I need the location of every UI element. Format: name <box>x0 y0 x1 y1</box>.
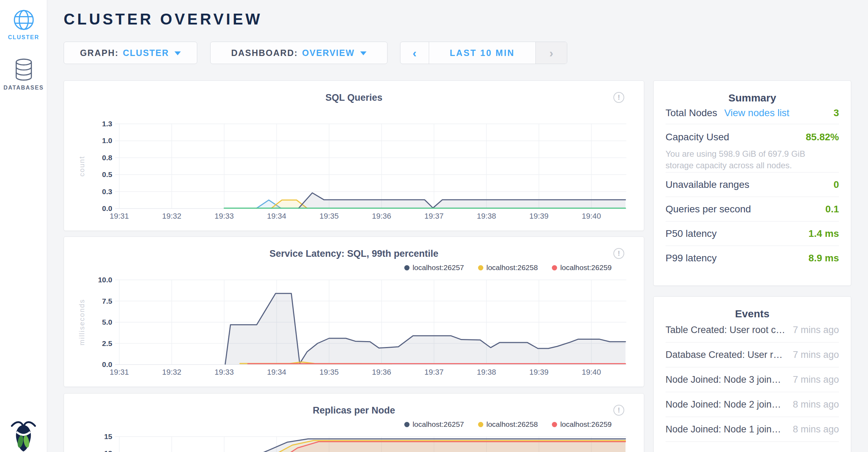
legend-dot-icon <box>552 422 557 427</box>
summary-row: Capacity Used85.82%You are using 598.9 G… <box>666 124 839 172</box>
summary-row-subtext: You are using 598.9 GiB of 697.9 GiB sto… <box>666 148 825 171</box>
database-icon <box>14 58 34 81</box>
x-tick-label: 19:33 <box>214 368 234 376</box>
legend-item[interactable]: localhost:26258 <box>478 263 538 272</box>
sidebar-item-databases[interactable]: DATABASES <box>0 58 47 91</box>
chevron-down-icon <box>175 51 181 55</box>
y-tick-label: 2.5 <box>102 339 113 347</box>
legend-item[interactable]: localhost:26259 <box>552 263 612 272</box>
x-tick-label: 19:34 <box>267 368 286 376</box>
info-icon[interactable]: ! <box>613 405 624 416</box>
y-axis-unit-label: milliseconds <box>78 299 86 346</box>
x-tick-label: 19:36 <box>372 368 391 376</box>
legend-dot-icon <box>478 265 483 270</box>
summary-row-value: 1.4 ms <box>809 228 839 239</box>
y-tick-label: 7.5 <box>102 297 113 305</box>
x-tick-label: 19:38 <box>477 212 496 220</box>
y-axis-unit-label: count <box>78 156 86 177</box>
view-nodes-link[interactable]: View nodes list <box>724 107 789 119</box>
page-title: CLUSTER OVERVIEW <box>64 10 262 28</box>
summary-row-line: Queries per second0.1 <box>666 197 839 221</box>
globe-icon <box>13 9 35 31</box>
dashboard-dropdown[interactable]: DASHBOARD: OVERVIEW <box>210 42 387 64</box>
main-content: CLUSTER OVERVIEW GRAPH: CLUSTER DASHBOAR… <box>47 0 868 452</box>
x-tick-label: 19:36 <box>372 212 391 220</box>
y-tick-label: 12 <box>104 449 112 452</box>
y-tick-label: 0.0 <box>102 360 112 368</box>
summary-row-label: P50 latency <box>666 228 717 239</box>
summary-row-line: Capacity Used85.82% <box>666 126 839 148</box>
event-text: Database Created: User roo... <box>666 349 793 360</box>
time-range-prev-button[interactable]: ‹ <box>400 42 429 64</box>
summary-row-label: Capacity Used <box>666 132 729 143</box>
graph-dropdown[interactable]: GRAPH: CLUSTER <box>64 42 197 64</box>
chart-title: Replicas per Node <box>64 405 644 416</box>
event-time: 7 mins ago <box>793 374 839 385</box>
summary-row: P99 latency8.9 ms <box>666 246 839 270</box>
y-tick-label: 10.0 <box>98 276 112 284</box>
events-title: Events <box>654 297 851 318</box>
summary-row: Unavailable ranges0 <box>666 172 839 197</box>
events-rows: Table Created: User root cre...7 mins ag… <box>654 318 851 442</box>
series-area-series-slate <box>299 193 626 209</box>
x-tick-label: 19:32 <box>162 212 181 220</box>
x-tick-label: 19:37 <box>424 212 443 220</box>
summary-row-label: Unavailable ranges <box>666 179 749 190</box>
legend-item[interactable]: localhost:26257 <box>404 420 464 429</box>
legend-dot-icon <box>404 422 410 427</box>
summary-row: P50 latency1.4 ms <box>666 221 839 246</box>
event-text: Node Joined: Node 2 joined... <box>666 399 793 410</box>
event-row[interactable]: Node Joined: Node 3 joined...7 mins ago <box>666 367 839 392</box>
legend-item[interactable]: localhost:26257 <box>404 263 464 272</box>
x-tick-label: 19:39 <box>529 212 548 220</box>
y-tick-label: 0.5 <box>102 170 113 178</box>
chart-title: Service Latency: SQL, 99th percentile <box>64 248 644 259</box>
time-range-picker: ‹ LAST 10 MIN › <box>400 42 567 64</box>
time-range-label[interactable]: LAST 10 MIN <box>429 42 535 64</box>
x-tick-label: 19:37 <box>424 368 443 376</box>
x-tick-label: 19:40 <box>582 368 601 376</box>
legend-label: localhost:26258 <box>486 263 538 272</box>
sql-queries-panel: SQL Queries ! 19:3119:3219:3319:3419:351… <box>64 80 644 231</box>
summary-row: Queries per second0.1 <box>666 197 839 221</box>
event-row[interactable]: Node Joined: Node 2 joined...8 mins ago <box>666 392 839 417</box>
legend-item[interactable]: localhost:26259 <box>552 420 612 429</box>
x-tick-label: 19:33 <box>214 212 234 220</box>
events-panel: Events Table Created: User root cre...7 … <box>653 296 851 452</box>
x-tick-label: 19:34 <box>267 212 286 220</box>
chart-legend: localhost:26257localhost:26258localhost:… <box>404 263 612 272</box>
sidebar-item-cluster[interactable]: CLUSTER <box>0 9 47 41</box>
sidebar-item-label: DATABASES <box>0 85 47 91</box>
event-row[interactable]: Database Created: User roo...7 mins ago <box>666 342 839 367</box>
replicas-per-node-panel: Replicas per Node ! localhost:26257local… <box>64 393 644 452</box>
time-range-next-button[interactable]: › <box>535 42 567 64</box>
event-row[interactable]: Table Created: User root cre...7 mins ag… <box>666 318 839 342</box>
dashboard-dropdown-value: OVERVIEW <box>302 48 355 58</box>
sidebar-item-label: CLUSTER <box>0 34 47 41</box>
x-tick-label: 19:31 <box>109 212 129 220</box>
dashboard-dropdown-label: DASHBOARD: <box>231 48 298 58</box>
replicas-per-node-chart[interactable]: 19:3119:3219:3319:3419:3519:3619:3719:38… <box>64 429 645 452</box>
summary-title: Summary <box>654 81 851 102</box>
sql-queries-chart[interactable]: 19:3119:3219:3319:3419:3519:3619:3719:38… <box>64 116 645 225</box>
summary-row-line: Unavailable ranges0 <box>666 172 839 197</box>
legend-dot-icon <box>404 265 410 270</box>
legend-label: localhost:26259 <box>560 420 612 429</box>
info-icon[interactable]: ! <box>613 248 624 259</box>
legend-label: localhost:26257 <box>413 420 464 429</box>
graph-dropdown-value: CLUSTER <box>123 48 169 58</box>
summary-rows: Total NodesView nodes list3Capacity Used… <box>654 102 851 270</box>
info-icon[interactable]: ! <box>613 92 624 103</box>
event-row[interactable]: Node Joined: Node 1 joined...8 mins ago <box>666 417 839 442</box>
y-tick-label: 15 <box>104 432 113 440</box>
event-time: 8 mins ago <box>793 399 839 410</box>
service-latency-chart[interactable]: 19:3119:3219:3319:3419:3519:3619:3719:38… <box>64 272 645 381</box>
legend-item[interactable]: localhost:26258 <box>478 420 538 429</box>
chart-title: SQL Queries <box>64 92 644 103</box>
x-tick-label: 19:39 <box>529 368 548 376</box>
summary-row-value: 0.1 <box>825 204 839 215</box>
x-tick-label: 19:35 <box>319 368 339 376</box>
summary-row-label: Total Nodes <box>666 107 717 119</box>
summary-row-value: 3 <box>833 107 839 119</box>
toolbar: GRAPH: CLUSTER DASHBOARD: OVERVIEW ‹ LAS… <box>47 42 868 64</box>
